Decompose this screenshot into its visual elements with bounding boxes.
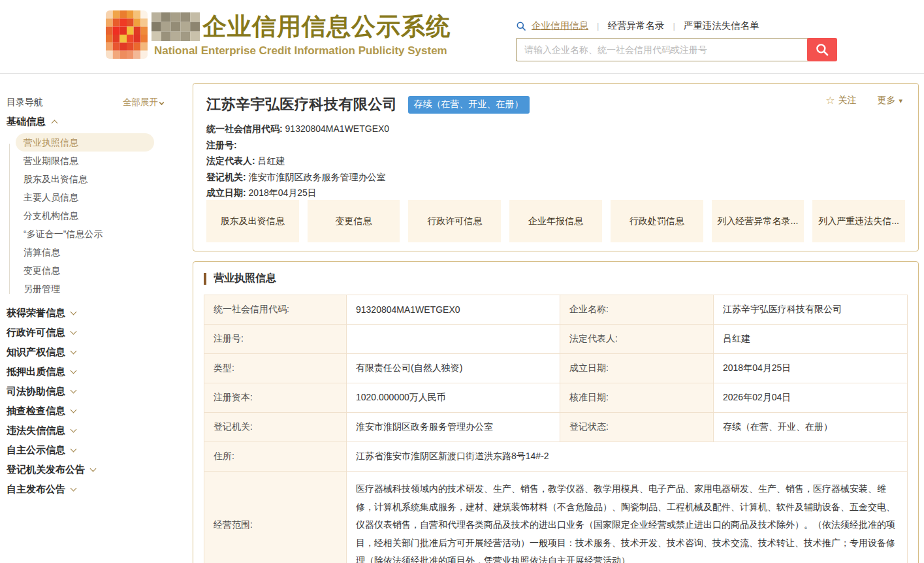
search-button[interactable] <box>807 38 837 61</box>
page: 企业信用信息公示系统 National Enterprise Credit In… <box>0 0 924 563</box>
table-row-address: 住所: 江苏省淮安市淮阴区新渡口街道洪东路8号14#-2 <box>204 442 908 472</box>
sidebar-item-changes[interactable]: 变更信息 <box>16 261 154 280</box>
sidebar-section-judicial[interactable]: 司法协助信息 <box>5 381 187 401</box>
sidebar-section-ip[interactable]: 知识产权信息 <box>5 342 187 362</box>
section-label: 抽查检查信息 <box>7 405 65 417</box>
nav-link-abnormal-operations[interactable]: 经营异常名录 <box>607 20 664 32</box>
sidebar-section-authority-announcements[interactable]: 登记机关发布公告 <box>5 460 187 479</box>
follow-button[interactable]: ☆ 关注 <box>825 95 856 106</box>
more-label: 更多 <box>877 95 895 106</box>
quick-link-shareholders[interactable]: 股东及出资信息 <box>206 200 299 242</box>
quick-link-annual-report[interactable]: 企业年报信息 <box>509 200 602 242</box>
sidebar-section-honors[interactable]: 获得荣誉信息 <box>5 303 187 323</box>
sidebar-item-separate-register[interactable]: 另册管理 <box>16 280 154 298</box>
company-title-row: 江苏辛宇弘医疗科技有限公司 存续（在营、开业、在册） <box>193 84 918 114</box>
double-chevron-down-icon <box>160 101 163 105</box>
cell-value: 1020.000000万人民币 <box>347 383 560 413</box>
cell-label: 类型: <box>204 354 347 383</box>
site-header: 企业信用信息公示系统 National Enterprise Credit In… <box>0 0 924 74</box>
cell-label: 登记状态: <box>560 413 714 442</box>
follow-label: 关注 <box>838 95 856 106</box>
quick-link-serious-violation-list[interactable]: 列入严重违法失信... <box>812 200 905 242</box>
national-emblem-icon <box>106 10 148 59</box>
cell-value: 吕红建 <box>714 325 908 354</box>
header-search-area: 企业信用信息 | 经营异常名录 | 严重违法失信名单 <box>516 20 837 61</box>
sidebar-item-business-term[interactable]: 营业期限信息 <box>16 152 154 170</box>
sidebar-section-violations[interactable]: 违法失信信息 <box>5 421 187 440</box>
nav-separator: | <box>597 21 599 31</box>
search-input[interactable] <box>516 38 808 61</box>
sidebar-item-liquidation[interactable]: 清算信息 <box>16 243 154 261</box>
search-type-nav: 企业信用信息 | 经营异常名录 | 严重违法失信名单 <box>516 20 837 32</box>
cell-label: 核准日期: <box>560 383 714 413</box>
detail-registration-authority: 登记机关: 淮安市淮阴区政务服务管理办公室 <box>206 169 918 185</box>
section-label: 违法失信信息 <box>7 425 65 437</box>
chevron-down-icon <box>71 387 77 393</box>
chevron-down-icon <box>71 406 77 413</box>
sidebar-item-branches[interactable]: 分支机构信息 <box>16 206 154 225</box>
table-row-business-scope: 经营范围: 医疗器械科技领域内的技术研发、生产、销售，教学仪器、教学用模具、电子… <box>204 472 908 563</box>
star-icon: ☆ <box>825 95 835 106</box>
sidebar-section-mortgage[interactable]: 抵押出质信息 <box>5 362 187 381</box>
chevron-down-icon <box>90 465 97 472</box>
nav-link-serious-violations[interactable]: 严重违法失信名单 <box>684 20 759 32</box>
quick-link-changes[interactable]: 变更信息 <box>308 200 400 242</box>
site-subtitle: National Enterprise Credit Information P… <box>151 44 451 57</box>
cell-value: 江苏辛宇弘医疗科技有限公司 <box>714 295 908 325</box>
sidebar-item-key-personnel[interactable]: 主要人员信息 <box>16 188 154 206</box>
detail-value: 吕红建 <box>258 155 285 166</box>
section-title-bar <box>204 273 206 285</box>
quick-link-admin-penalty[interactable]: 行政处罚信息 <box>611 200 703 242</box>
nav-link-enterprise-credit[interactable]: 企业信用信息 <box>532 20 588 32</box>
sidebar-item-business-license[interactable]: 营业执照信息 <box>16 133 154 152</box>
cell-value: 江苏省淮安市淮阴区新渡口街道洪东路8号14#-2 <box>347 442 908 472</box>
expand-all-button[interactable]: 全部展开 <box>123 97 163 108</box>
chevron-down-icon <box>71 328 77 334</box>
more-button[interactable]: 更多 ▾ <box>877 95 902 106</box>
sidebar-item-multi-cert[interactable]: “多证合一”信息公示 <box>16 225 154 243</box>
cell-label: 法定代表人: <box>560 325 714 354</box>
detail-label: 登记机关: <box>206 172 246 182</box>
cell-label: 成立日期: <box>560 354 714 383</box>
company-name: 江苏辛宇弘医疗科技有限公司 <box>206 95 398 114</box>
company-summary-card: ☆ 关注 更多 ▾ 江苏辛宇弘医疗科技有限公司 存续（在营、开业、在册） 统一社… <box>193 83 919 251</box>
sidebar-section-self-disclosure[interactable]: 自主公示信息 <box>5 440 187 460</box>
table-row: 统一社会信用代码: 91320804MA1WETGEX0 企业名称: 江苏辛宇弘… <box>204 295 908 325</box>
cell-value: 医疗器械科技领域内的技术研发、生产、销售，教学仪器、教学用模具、电子产品、家用电… <box>347 472 908 563</box>
detail-value: 91320804MA1WETGEX0 <box>285 123 390 134</box>
chevron-down-icon <box>71 308 77 315</box>
detail-registration-no: 注册号: <box>206 137 918 153</box>
table-row: 登记机关: 淮安市淮阴区政务服务管理办公室 登记状态: 存续（在营、开业、在册） <box>204 413 908 442</box>
cell-label: 经营范围: <box>204 472 347 563</box>
sidebar-item-shareholders[interactable]: 股东及出资信息 <box>16 170 154 188</box>
detail-credit-code: 统一社会信用代码: 91320804MA1WETGEX0 <box>206 121 918 137</box>
sidebar-section-spot-check[interactable]: 抽查检查信息 <box>5 401 187 421</box>
sidebar-group-label: 基础信息 <box>7 116 46 128</box>
cell-label: 登记机关: <box>204 413 347 442</box>
license-info-table: 统一社会信用代码: 91320804MA1WETGEX0 企业名称: 江苏辛宇弘… <box>204 295 908 563</box>
table-row: 注册号: 法定代表人: 吕红建 <box>204 325 908 354</box>
chevron-up-icon <box>52 120 58 126</box>
section-label: 自主公示信息 <box>7 444 65 457</box>
status-badge: 存续（在营、开业、在册） <box>408 96 530 114</box>
sidebar-section-admin-license[interactable]: 行政许可信息 <box>5 323 187 342</box>
quick-link-abnormal-list[interactable]: 列入经营异常名录... <box>712 200 805 242</box>
chevron-down-icon <box>71 367 77 374</box>
quick-link-admin-license[interactable]: 行政许可信息 <box>408 200 501 242</box>
cell-value: 存续（在营、开业、在册） <box>714 413 908 442</box>
cell-label: 企业名称: <box>560 295 714 325</box>
company-details: 统一社会信用代码: 91320804MA1WETGEX0 注册号: 法定代表人:… <box>206 121 918 201</box>
sidebar-section-self-announcements[interactable]: 自主发布公告 <box>5 479 187 499</box>
cell-label: 注册号: <box>204 325 347 354</box>
quick-links-row: 股东及出资信息 变更信息 行政许可信息 企业年报信息 行政处罚信息 列入经营异常… <box>206 200 905 242</box>
expand-all-label: 全部展开 <box>123 97 158 108</box>
chevron-down-icon <box>71 445 77 452</box>
site-title: 企业信用信息公示系统 <box>202 12 451 42</box>
sidebar-group-basic-info[interactable]: 基础信息 <box>5 114 187 129</box>
search-box <box>516 38 837 61</box>
cell-value: 淮安市淮阴区政务服务管理办公室 <box>347 413 560 442</box>
cell-value: 2026年02月04日 <box>714 383 908 413</box>
section-label: 登记机关发布公告 <box>7 464 85 476</box>
section-label: 抵押出质信息 <box>7 366 65 378</box>
section-title-row: 营业执照信息 <box>204 272 908 285</box>
